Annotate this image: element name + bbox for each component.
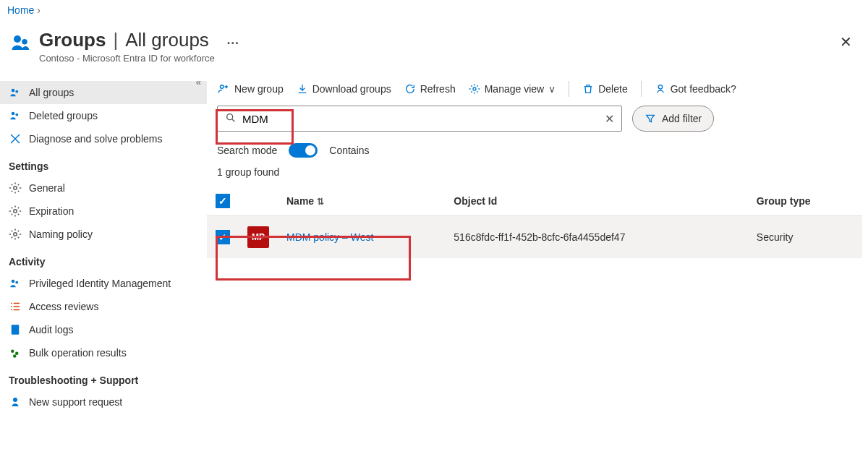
table-row[interactable]: ✓ MP MDM policy – West 516c8fdc-ff1f-452… [207, 216, 862, 259]
blade-header: Groups | All groups … Contoso - Microsof… [0, 20, 868, 77]
download-groups-button[interactable]: Download groups [297, 83, 391, 95]
sidebar-item-label: Expiration [29, 205, 74, 217]
breadcrumb: Home › [0, 0, 868, 20]
svg-point-12 [11, 350, 14, 354]
sidebar: « All groups Deleted groups Diagnose and… [0, 77, 207, 414]
close-icon[interactable]: ✕ [840, 33, 852, 51]
refresh-button[interactable]: Refresh [404, 83, 456, 95]
trash-icon [582, 83, 594, 95]
row-checkbox[interactable]: ✓ [216, 230, 230, 244]
search-mode-value: Contains [329, 145, 369, 156]
command-bar: New group Download groups Refresh Manage… [207, 77, 862, 106]
sidebar-item-label: Naming policy [29, 228, 93, 240]
sidebar-item-label: Audit logs [29, 324, 73, 335]
cmd-label: Delete [598, 83, 627, 95]
col-group-type[interactable]: Group type [748, 187, 862, 216]
svg-point-9 [12, 280, 15, 283]
breadcrumb-home-link[interactable]: Home [7, 4, 34, 16]
svg-point-8 [14, 233, 17, 236]
svg-point-15 [13, 398, 17, 402]
page-title-sub: All groups [125, 29, 209, 51]
feedback-icon [655, 83, 666, 95]
page-subtitle: Contoso - Microsoft Entra ID for workfor… [39, 53, 239, 64]
search-icon [225, 112, 237, 126]
wrench-icon [9, 132, 22, 145]
filter-label: Add filter [662, 113, 702, 124]
sort-icon: ⇅ [317, 197, 324, 207]
people-icon [9, 86, 22, 99]
sidebar-item-deleted-groups[interactable]: Deleted groups [0, 104, 207, 127]
cmd-label: Got feedback? [671, 83, 736, 95]
svg-point-16 [221, 85, 224, 89]
search-mode-toggle[interactable] [289, 143, 318, 158]
manage-view-button[interactable]: Manage view ∨ [469, 83, 556, 95]
cmd-label: Download groups [312, 83, 391, 95]
svg-point-1 [22, 39, 27, 45]
search-mode-label: Search mode [217, 145, 277, 156]
sidebar-item-bulk-results[interactable]: Bulk operation results [0, 341, 207, 364]
sidebar-item-label: New support request [29, 396, 122, 408]
cmd-label: Manage view [485, 83, 545, 95]
group-name-link[interactable]: MDM policy – West [286, 231, 373, 243]
svg-point-18 [658, 85, 662, 89]
group-type: Security [748, 216, 862, 259]
search-input[interactable] [242, 113, 597, 125]
svg-point-2 [12, 89, 15, 93]
results-icon [9, 346, 22, 359]
sidebar-item-label: Bulk operation results [29, 347, 127, 359]
svg-point-19 [227, 114, 233, 119]
cmd-label: Refresh [420, 83, 456, 95]
filter-icon [644, 113, 656, 124]
groups-table: ✓ Name⇅ Object Id Group type ✓ MP MDM po… [207, 187, 862, 258]
new-group-icon [217, 82, 230, 95]
chevron-down-icon: ∨ [548, 83, 556, 95]
select-all-checkbox[interactable]: ✓ [216, 194, 230, 208]
gear-icon [469, 83, 480, 95]
svg-point-10 [15, 281, 18, 284]
title-separator: | [113, 29, 118, 51]
sidebar-item-access-reviews[interactable]: Access reviews [0, 295, 207, 318]
gear-icon [9, 181, 22, 194]
result-count: 1 group found [207, 162, 862, 187]
refresh-icon [404, 83, 416, 95]
sidebar-item-all-groups[interactable]: All groups [0, 81, 207, 104]
sidebar-item-pim[interactable]: Privileged Identity Management [0, 272, 207, 295]
col-name[interactable]: Name⇅ [278, 187, 445, 216]
feedback-button[interactable]: Got feedback? [655, 83, 736, 95]
groups-icon [10, 32, 32, 54]
sidebar-item-label: Privileged Identity Management [29, 278, 171, 289]
cmd-divider [641, 81, 642, 97]
support-icon [9, 395, 22, 408]
svg-point-4 [12, 112, 15, 116]
new-group-button[interactable]: New group [217, 82, 284, 95]
sidebar-item-label: Access reviews [29, 301, 98, 312]
delete-button[interactable]: Delete [582, 83, 627, 95]
clear-icon[interactable]: ✕ [605, 112, 614, 126]
sidebar-heading-activity: Activity [0, 246, 207, 272]
sidebar-heading-settings: Settings [0, 150, 207, 176]
sidebar-item-label: General [29, 182, 65, 194]
sidebar-item-audit-logs[interactable]: Audit logs [0, 318, 207, 341]
add-filter-button[interactable]: Add filter [632, 106, 714, 132]
more-icon[interactable]: … [226, 33, 239, 48]
sidebar-item-label: All groups [29, 87, 74, 98]
svg-point-14 [13, 354, 17, 358]
sidebar-item-diagnose[interactable]: Diagnose and solve problems [0, 127, 207, 150]
svg-point-0 [14, 35, 21, 43]
sidebar-item-general[interactable]: General [0, 176, 207, 200]
search-box[interactable]: ✕ [217, 106, 622, 132]
sidebar-item-expiration[interactable]: Expiration [0, 200, 207, 223]
svg-rect-11 [12, 325, 20, 335]
col-object-id[interactable]: Object Id [445, 187, 748, 216]
collapse-sidebar-icon[interactable]: « [196, 77, 201, 87]
cmd-label: New group [234, 83, 284, 95]
chevron-right-icon: › [37, 4, 41, 16]
svg-point-7 [14, 210, 17, 213]
sidebar-heading-troubleshooting: Troubleshooting + Support [0, 364, 207, 390]
sidebar-item-naming-policy[interactable]: Naming policy [0, 223, 207, 246]
svg-point-5 [15, 114, 18, 116]
sidebar-item-support[interactable]: New support request [0, 390, 207, 414]
svg-point-13 [15, 352, 19, 356]
log-icon [9, 323, 22, 336]
people-icon [9, 277, 22, 290]
